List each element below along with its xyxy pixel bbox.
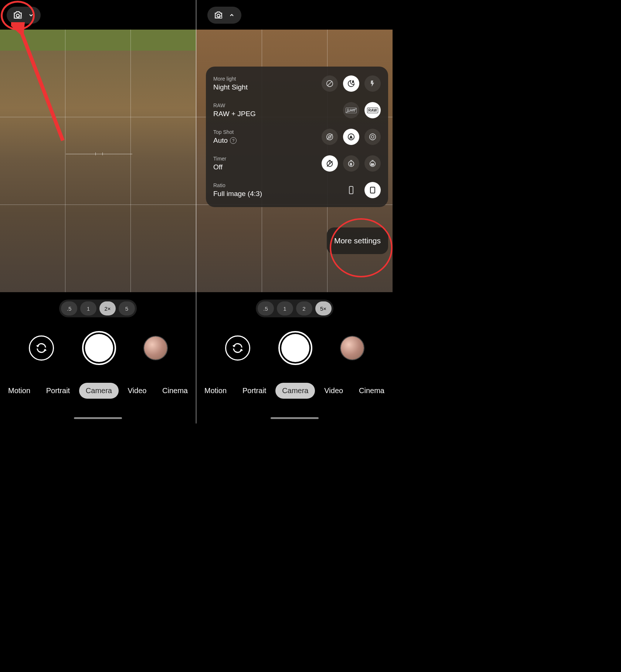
- svg-point-14: [371, 135, 374, 138]
- controls-row: [0, 331, 196, 365]
- timer-off[interactable]: [322, 155, 338, 172]
- zoom-0.5[interactable]: .5: [258, 301, 274, 315]
- timer-10s[interactable]: 10: [364, 155, 381, 172]
- mode-motion[interactable]: Motion: [1, 383, 37, 399]
- flip-camera-button[interactable]: [225, 335, 250, 361]
- top-shot-auto[interactable]: A: [343, 129, 359, 145]
- more-light-off[interactable]: [322, 75, 338, 92]
- raw-value: RAW + JPEG: [213, 110, 256, 118]
- camera-settings-icon[interactable]: [12, 9, 24, 21]
- ratio-value: Full image (4:3): [213, 190, 262, 198]
- more-settings-button[interactable]: More settings: [327, 227, 388, 254]
- zoom-selector[interactable]: .5 1 2× 5: [59, 300, 137, 317]
- raw-on[interactable]: RAW: [364, 102, 381, 118]
- more-light-flash[interactable]: [364, 75, 381, 92]
- timer-3s[interactable]: 3: [343, 155, 359, 172]
- home-indicator[interactable]: [271, 417, 319, 419]
- top-settings-pill[interactable]: [207, 7, 241, 24]
- raw-title: RAW: [213, 102, 256, 108]
- zoom-2x[interactable]: 2×: [99, 301, 116, 315]
- shutter-button[interactable]: [82, 331, 116, 365]
- zoom-1[interactable]: 1: [277, 301, 293, 315]
- chevron-up-icon[interactable]: [227, 11, 236, 20]
- home-indicator[interactable]: [74, 417, 122, 419]
- more-light-title: More light: [213, 76, 248, 82]
- mode-camera[interactable]: Camera: [79, 383, 119, 399]
- camera-settings-icon[interactable]: [213, 9, 224, 21]
- mode-selector[interactable]: Motion Portrait Camera Video Cinema: [196, 383, 393, 399]
- right-screenshot: More light Night Sight A RAW RAW + JPEG: [196, 0, 393, 423]
- svg-point-3: [217, 14, 220, 17]
- top-shot-off[interactable]: [322, 129, 338, 145]
- raw-off[interactable]: RAW: [343, 102, 359, 118]
- gallery-thumbnail[interactable]: [144, 337, 167, 359]
- ratio-4-3[interactable]: [364, 182, 381, 198]
- setting-ratio: Ratio Full image (4:3): [213, 182, 381, 198]
- quick-settings-panel: More light Night Sight A RAW RAW + JPEG: [206, 67, 388, 207]
- mode-camera[interactable]: Camera: [275, 383, 315, 399]
- top-settings-pill[interactable]: [7, 7, 41, 24]
- left-screenshot: .5 1 2× 5 Motion Portrait Camera Video C…: [0, 0, 196, 423]
- svg-text:3: 3: [350, 163, 352, 166]
- mode-portrait[interactable]: Portrait: [236, 383, 273, 399]
- setting-top-shot: Top Shot Auto ? A: [213, 129, 381, 145]
- svg-line-6: [328, 81, 332, 86]
- mode-video[interactable]: Video: [121, 383, 153, 399]
- mode-cinema[interactable]: Cinema: [352, 383, 391, 399]
- mode-cinema[interactable]: Cinema: [156, 383, 194, 399]
- setting-timer: Timer Off 3 10: [213, 155, 381, 172]
- svg-rect-21: [349, 186, 353, 194]
- viewfinder[interactable]: [0, 30, 196, 292]
- svg-line-10: [327, 134, 333, 140]
- setting-raw: RAW RAW + JPEG RAW RAW: [213, 102, 381, 118]
- zoom-5x[interactable]: 5×: [315, 301, 332, 315]
- zoom-1[interactable]: 1: [80, 301, 96, 315]
- timer-value: Off: [213, 163, 226, 171]
- top-shot-title: Top Shot: [213, 129, 237, 135]
- zoom-selector[interactable]: .5 1 2 5×: [256, 300, 333, 317]
- more-light-night-sight[interactable]: A: [343, 75, 359, 92]
- mode-video[interactable]: Video: [318, 383, 350, 399]
- controls-row: [196, 331, 393, 365]
- mode-motion[interactable]: Motion: [198, 383, 233, 399]
- top-shot-on[interactable]: [364, 129, 381, 145]
- more-light-value: Night Sight: [213, 83, 248, 91]
- top-shot-value: Auto ?: [213, 136, 237, 145]
- ratio-title: Ratio: [213, 182, 262, 188]
- shutter-button[interactable]: [278, 331, 312, 365]
- gallery-thumbnail[interactable]: [341, 337, 364, 359]
- ratio-wide[interactable]: [343, 182, 359, 198]
- svg-point-4: [220, 16, 222, 18]
- chevron-down-icon[interactable]: [27, 11, 35, 20]
- mode-portrait[interactable]: Portrait: [40, 383, 77, 399]
- mode-selector[interactable]: Motion Portrait Camera Video Cinema: [0, 383, 196, 399]
- svg-text:10: 10: [371, 163, 374, 166]
- zoom-5[interactable]: 5: [119, 301, 135, 315]
- flip-camera-button[interactable]: [29, 335, 54, 361]
- help-icon[interactable]: ?: [230, 137, 237, 144]
- timer-title: Timer: [213, 156, 226, 162]
- svg-text:A: A: [352, 80, 354, 83]
- svg-text:A: A: [350, 135, 352, 139]
- svg-point-0: [16, 14, 19, 17]
- svg-rect-22: [370, 187, 375, 193]
- zoom-2[interactable]: 2: [296, 301, 312, 315]
- setting-more-light: More light Night Sight A: [213, 75, 381, 92]
- zoom-0.5[interactable]: .5: [61, 301, 77, 315]
- svg-point-13: [370, 134, 376, 140]
